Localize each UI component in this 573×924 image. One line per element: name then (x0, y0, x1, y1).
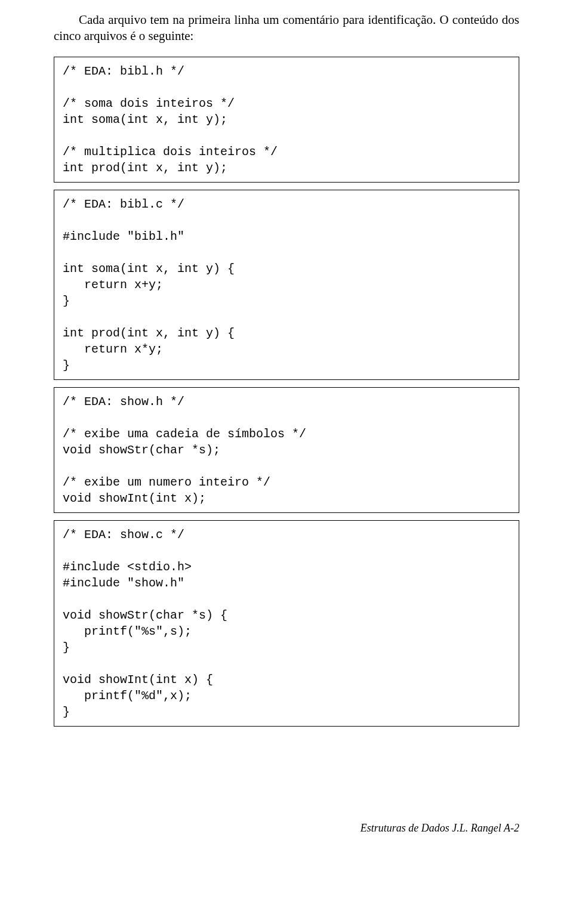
code-content: /* EDA: show.h */ /* exibe uma cadeia de… (63, 394, 510, 506)
intro-paragraph: Cada arquivo tem na primeira linha um co… (54, 12, 519, 45)
code-content: /* EDA: show.c */ #include <stdio.h> #in… (63, 527, 510, 720)
code-content: /* EDA: bibl.c */ #include "bibl.h" int … (63, 196, 510, 373)
code-block-show-c: /* EDA: show.c */ #include <stdio.h> #in… (54, 520, 519, 727)
code-block-bibl-h: /* EDA: bibl.h */ /* soma dois inteiros … (54, 57, 519, 183)
code-block-bibl-c: /* EDA: bibl.c */ #include "bibl.h" int … (54, 190, 519, 380)
code-block-show-h: /* EDA: show.h */ /* exibe uma cadeia de… (54, 387, 519, 513)
code-content: /* EDA: bibl.h */ /* soma dois inteiros … (63, 63, 510, 176)
page-footer: Estruturas de Dados J.L. Rangel A-2 (54, 822, 519, 835)
